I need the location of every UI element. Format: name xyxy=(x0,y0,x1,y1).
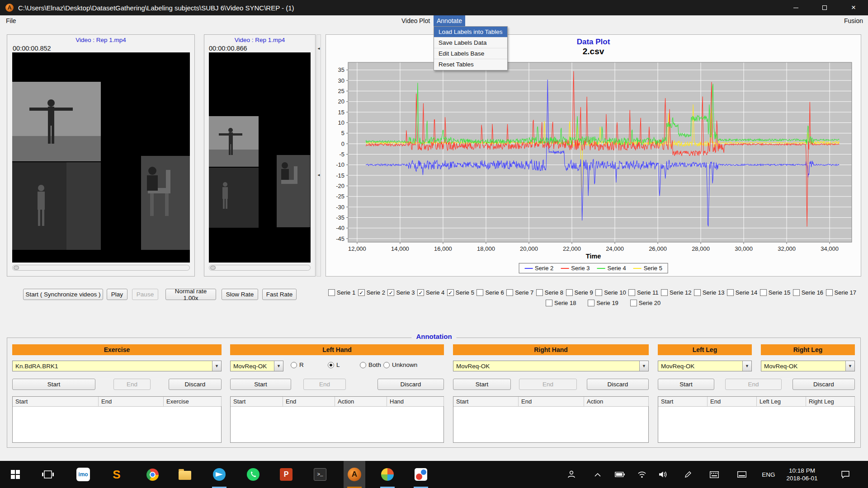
left-hand-discard-button[interactable]: Discard xyxy=(377,379,444,390)
exercise-discard-button[interactable]: Discard xyxy=(169,379,222,390)
action-center-button[interactable] xyxy=(835,461,856,488)
left-hand-radio-r[interactable]: R xyxy=(291,361,304,368)
slow-rate-button[interactable]: Slow Rate xyxy=(222,289,258,300)
left-hand-combobox[interactable]: MovReq-OK ▼ xyxy=(230,361,283,371)
exercise-end-button[interactable]: End xyxy=(113,379,151,390)
left-hand-end-button[interactable]: End xyxy=(303,379,346,390)
tray-overflow-button[interactable] xyxy=(590,461,606,488)
normal-rate-button[interactable]: Normal rate 1.00x xyxy=(165,289,216,300)
legs-end-button[interactable]: End xyxy=(725,379,782,390)
serie-toggle-serie-16[interactable]: Serie 16 xyxy=(793,289,823,296)
serie-toggle-serie-9[interactable]: Serie 9 xyxy=(566,289,593,296)
file-explorer-button[interactable] xyxy=(174,461,196,488)
column-header-end[interactable]: End xyxy=(519,397,584,406)
left-leg-combobox[interactable]: MovReq-OK ▼ xyxy=(658,361,752,371)
sync-videos-button[interactable]: Start ( Synchronize videos ) xyxy=(23,289,103,300)
left-hand-radio-l[interactable]: L xyxy=(328,361,340,368)
column-header-start[interactable]: Start xyxy=(658,397,708,406)
menu-fusion[interactable]: Fusion xyxy=(841,15,866,26)
serie-toggle-serie-11[interactable]: Serie 11 xyxy=(628,289,658,296)
close-button[interactable]: × xyxy=(839,0,868,15)
menu-plot[interactable]: Plot xyxy=(416,15,433,26)
column-header-left-leg[interactable]: Left Leg xyxy=(757,397,806,406)
imo-app-button[interactable]: imo xyxy=(72,461,94,488)
serie-toggle-serie-17[interactable]: Serie 17 xyxy=(826,289,856,296)
ime-tray-button[interactable] xyxy=(706,461,722,488)
menu-item-load-labels-into-tables[interactable]: Load Labels into Tables xyxy=(434,27,507,38)
column-header-right-leg[interactable]: Right Leg xyxy=(806,397,855,406)
chevron-down-icon[interactable]: ▼ xyxy=(742,361,751,371)
terminal-app-button[interactable]: >_ xyxy=(309,461,331,488)
splitter-collapse-icon[interactable]: ◄ xyxy=(317,47,321,51)
serie-toggle-serie-15[interactable]: Serie 15 xyxy=(760,289,790,296)
fast-rate-button[interactable]: Fast Rate xyxy=(262,289,297,300)
column-header-end[interactable]: End xyxy=(283,397,335,406)
menu-file[interactable]: File xyxy=(3,15,19,26)
clock[interactable]: 10:18 PM 2018-06-01 xyxy=(778,461,826,488)
column-header-hand[interactable]: Hand xyxy=(387,397,444,406)
video-1-seek-thumb[interactable] xyxy=(14,266,19,270)
right-leg-combobox[interactable]: MovReq-OK ▼ xyxy=(761,361,855,371)
column-header-start[interactable]: Start xyxy=(453,397,519,406)
menu-item-save-labels-data[interactable]: Save Labels Data xyxy=(434,38,507,48)
battery-tray-button[interactable] xyxy=(612,461,628,488)
left-hand-radio-unknown[interactable]: Unknown xyxy=(383,361,417,368)
column-header-action[interactable]: Action xyxy=(584,397,649,406)
play-button[interactable]: Play xyxy=(107,289,127,300)
video-2-seek-slider[interactable] xyxy=(209,265,311,271)
legs-discard-button[interactable]: Discard xyxy=(793,379,855,390)
serie-toggle-serie-6[interactable]: Serie 6 xyxy=(476,289,504,296)
minimize-button[interactable] xyxy=(781,0,810,15)
menu-annotate[interactable]: Annotate xyxy=(434,15,465,26)
right-hand-end-button[interactable]: End xyxy=(519,379,577,390)
serie-toggle-serie-7[interactable]: Serie 7 xyxy=(506,289,533,296)
exercise-combobox[interactable]: Kn.BdRA.BRK1 ▼ xyxy=(12,361,222,371)
touch-keyboard-tray-button[interactable] xyxy=(734,461,750,488)
right-hand-start-button[interactable]: Start xyxy=(453,379,511,390)
right-hand-combobox[interactable]: MovReq-OK ▼ xyxy=(453,361,649,371)
whatsapp-app-button[interactable] xyxy=(242,461,264,488)
legs-start-button[interactable]: Start xyxy=(658,379,714,390)
labeling-app-button[interactable]: A xyxy=(344,461,365,488)
column-header-exercise[interactable]: Exercise xyxy=(164,397,222,406)
chevron-down-icon[interactable]: ▼ xyxy=(212,361,221,371)
left-hand-radio-both[interactable]: Both xyxy=(360,361,381,368)
start-button[interactable] xyxy=(5,461,26,488)
exercise-start-button[interactable]: Start xyxy=(12,379,95,390)
language-indicator[interactable]: ENG xyxy=(759,461,778,488)
serie-toggle-serie-8[interactable]: Serie 8 xyxy=(536,289,563,296)
serie-toggle-serie-3[interactable]: ✓Serie 3 xyxy=(387,289,415,296)
serie-toggle-serie-13[interactable]: Serie 13 xyxy=(694,289,724,296)
serie-toggle-serie-20[interactable]: Serie 20 xyxy=(630,300,660,306)
column-header-end[interactable]: End xyxy=(99,397,164,406)
telegram-app-button[interactable] xyxy=(208,461,230,488)
column-header-start[interactable]: Start xyxy=(13,397,99,406)
maximize-button[interactable] xyxy=(810,0,839,15)
serie-toggle-serie-12[interactable]: Serie 12 xyxy=(661,289,691,296)
serie-toggle-serie-5[interactable]: ✓Serie 5 xyxy=(447,289,474,296)
chevron-down-icon[interactable]: ▼ xyxy=(639,361,648,371)
right-hand-discard-button[interactable]: Discard xyxy=(587,379,649,390)
pen-tray-button[interactable] xyxy=(679,461,696,488)
people-tray-button[interactable] xyxy=(563,461,580,488)
panel-splitter[interactable]: ◄ ◄ xyxy=(316,34,321,277)
serie-toggle-serie-10[interactable]: Serie 10 xyxy=(595,289,626,296)
serie-toggle-serie-19[interactable]: Serie 19 xyxy=(588,300,618,306)
volume-tray-button[interactable] xyxy=(655,461,671,488)
paint3d-app-button[interactable] xyxy=(410,461,432,488)
chevron-down-icon[interactable]: ▼ xyxy=(845,361,854,371)
video-1-seek-slider[interactable] xyxy=(12,265,190,271)
sublime-app-button[interactable]: S xyxy=(106,461,127,488)
chevron-down-icon[interactable]: ▼ xyxy=(274,361,283,371)
column-header-start[interactable]: Start xyxy=(231,397,283,406)
powerpoint-app-button[interactable]: P xyxy=(275,461,297,488)
menu-item-edit-labels-base[interactable]: Edit Labels Base xyxy=(434,48,507,59)
serie-toggle-serie-1[interactable]: Serie 1 xyxy=(328,289,355,296)
video-2-seek-thumb[interactable] xyxy=(210,266,216,270)
pause-button[interactable]: Pause xyxy=(132,289,158,300)
photos-app-button[interactable] xyxy=(377,461,398,488)
left-hand-start-button[interactable]: Start xyxy=(230,379,291,390)
serie-toggle-serie-4[interactable]: ✓Serie 4 xyxy=(417,289,444,296)
task-view-button[interactable] xyxy=(37,461,59,488)
chrome-app-button[interactable] xyxy=(142,461,163,488)
